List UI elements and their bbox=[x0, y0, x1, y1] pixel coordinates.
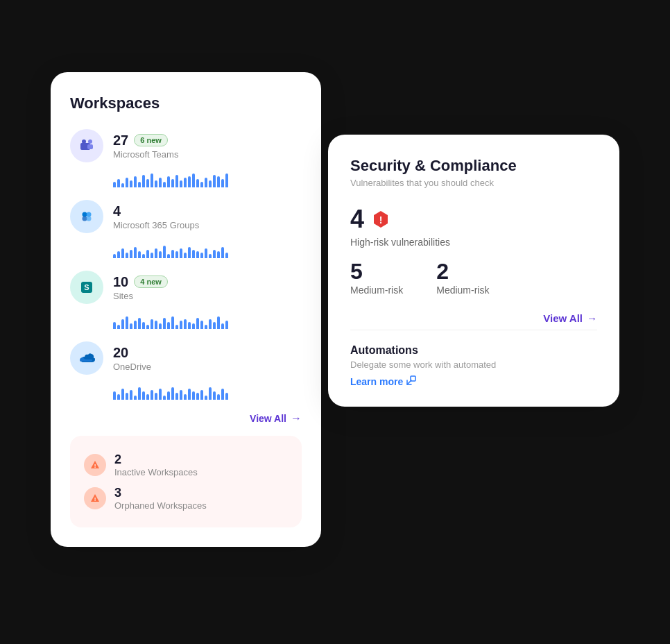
bar-chart bbox=[113, 239, 302, 258]
bar bbox=[126, 316, 128, 329]
bar bbox=[117, 179, 120, 187]
alert-icon: ! bbox=[84, 487, 106, 509]
bar bbox=[126, 253, 128, 258]
bar bbox=[192, 323, 195, 329]
medium-risk-count: 5 bbox=[350, 259, 403, 285]
bar bbox=[134, 396, 137, 400]
bar-chart bbox=[113, 168, 302, 187]
security-view-all-label: View All bbox=[543, 312, 583, 324]
bar bbox=[175, 175, 178, 187]
high-risk-row: 4 ! bbox=[350, 205, 597, 234]
view-all-label: View All bbox=[250, 413, 286, 424]
bar bbox=[159, 389, 162, 400]
security-card: Security & Compliance Vulnerabilites tha… bbox=[328, 135, 619, 407]
workspace-icon bbox=[70, 129, 103, 162]
bar bbox=[209, 254, 212, 258]
bar bbox=[159, 323, 162, 329]
bar bbox=[142, 322, 145, 329]
bar bbox=[221, 179, 224, 187]
bar bbox=[155, 393, 157, 400]
bar bbox=[213, 391, 216, 400]
bar bbox=[142, 254, 145, 258]
bar bbox=[217, 316, 220, 329]
medium-risks: 5 Medium-risk 2 Medium-risk bbox=[350, 259, 597, 296]
svg-point-4 bbox=[83, 212, 87, 217]
workspace-info: 4 Microsoft 365 Groups bbox=[113, 203, 302, 230]
bar bbox=[171, 316, 174, 329]
bar bbox=[171, 179, 174, 187]
bar bbox=[117, 251, 120, 258]
bar bbox=[134, 247, 137, 258]
workspace-list: 27 6 new Microsoft Teams 4 Microsoft 365… bbox=[70, 129, 302, 400]
bar bbox=[151, 253, 153, 258]
badge-new: 6 new bbox=[134, 134, 168, 146]
workspace-item: 27 6 new Microsoft Teams bbox=[70, 129, 302, 187]
bar bbox=[159, 178, 162, 187]
svg-point-6 bbox=[83, 217, 87, 221]
bar bbox=[163, 318, 166, 329]
bar bbox=[184, 253, 187, 258]
workspace-info: 10 4 new Sites bbox=[113, 274, 302, 301]
alert-label: Orphaned Workspaces bbox=[114, 500, 207, 511]
bar bbox=[209, 319, 212, 329]
high-risk-label: High-risk vulnerabilities bbox=[350, 237, 597, 248]
learn-more-link[interactable]: Learn more bbox=[350, 375, 597, 387]
svg-text:!: ! bbox=[94, 463, 96, 469]
badge-new: 4 new bbox=[134, 276, 168, 288]
bar bbox=[126, 393, 128, 400]
bar bbox=[200, 390, 203, 400]
security-subtitle: Vulnerabilites that you should check bbox=[350, 178, 597, 188]
svg-point-7 bbox=[87, 217, 92, 221]
bar bbox=[130, 180, 132, 187]
alert-section: ! 2 Inactive Workspaces ! 3 Orphaned Wor… bbox=[70, 436, 302, 527]
alert-info: 3 Orphaned Workspaces bbox=[114, 486, 207, 511]
bar bbox=[113, 182, 116, 187]
scene: Workspaces 27 6 new Microsoft Teams bbox=[51, 51, 619, 593]
svg-text:!: ! bbox=[94, 496, 96, 502]
bar bbox=[138, 182, 141, 187]
alert-icon: ! bbox=[84, 454, 106, 476]
medium-risk-item: 2 Medium-risk bbox=[436, 259, 489, 296]
bar bbox=[134, 176, 137, 187]
alert-item: ! 2 Inactive Workspaces bbox=[84, 448, 288, 482]
bar bbox=[155, 248, 157, 258]
workspace-label: Microsoft 365 Groups bbox=[113, 220, 302, 230]
bar bbox=[121, 389, 124, 400]
bar bbox=[200, 182, 203, 187]
bar bbox=[180, 390, 182, 400]
bar bbox=[130, 250, 132, 258]
bar bbox=[126, 178, 128, 187]
bar bbox=[163, 246, 166, 258]
bar bbox=[217, 251, 220, 258]
bar bbox=[192, 173, 195, 187]
workspace-count: 20 bbox=[113, 345, 302, 361]
bar-chart bbox=[113, 310, 302, 329]
bar bbox=[155, 180, 157, 187]
automations-title: Automations bbox=[350, 344, 597, 357]
bar bbox=[200, 253, 203, 258]
view-all-arrow-icon: → bbox=[291, 412, 302, 425]
security-view-all[interactable]: View All → bbox=[350, 312, 597, 324]
workspace-icon bbox=[70, 200, 103, 233]
svg-point-5 bbox=[87, 212, 92, 217]
bar bbox=[180, 248, 182, 258]
bar bbox=[221, 247, 224, 258]
bar bbox=[146, 250, 149, 258]
alert-item: ! 3 Orphaned Workspaces bbox=[84, 482, 288, 515]
bar bbox=[205, 325, 207, 329]
bar bbox=[209, 180, 212, 187]
bar bbox=[188, 176, 191, 187]
bar bbox=[184, 178, 187, 187]
bar bbox=[217, 394, 220, 400]
bar bbox=[130, 323, 132, 329]
bar bbox=[192, 250, 195, 258]
bar bbox=[221, 389, 224, 400]
bar bbox=[113, 254, 116, 258]
external-link-icon bbox=[406, 375, 416, 387]
bar bbox=[184, 319, 187, 329]
bar bbox=[142, 175, 145, 187]
divider bbox=[350, 330, 597, 330]
bar bbox=[180, 321, 182, 329]
workspaces-view-all[interactable]: View All → bbox=[70, 412, 302, 425]
bar-chart bbox=[113, 380, 302, 400]
